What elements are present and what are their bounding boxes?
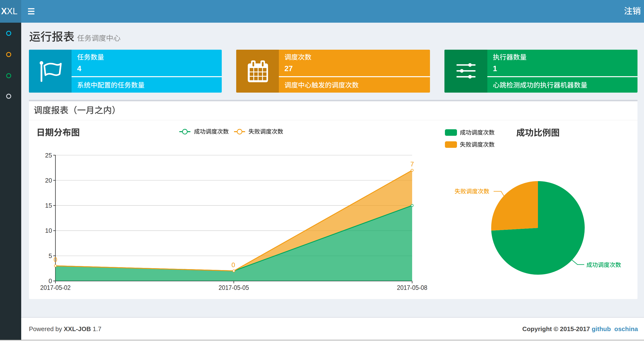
svg-text:15: 15 xyxy=(45,202,52,209)
svg-text:7: 7 xyxy=(410,161,414,168)
svg-text:25: 25 xyxy=(45,152,52,159)
svg-text:0: 0 xyxy=(232,261,235,269)
svg-text:27: 27 xyxy=(284,64,292,73)
svg-text:5: 5 xyxy=(49,252,52,259)
svg-text:0: 0 xyxy=(54,256,57,263)
svg-text:2017-05-08: 2017-05-08 xyxy=(397,284,427,291)
svg-text:2017-05-05: 2017-05-05 xyxy=(218,284,249,291)
svg-text:2017-05-02: 2017-05-02 xyxy=(40,284,70,291)
svg-text:10: 10 xyxy=(45,227,52,234)
svg-text:0: 0 xyxy=(49,277,52,284)
svg-text:20: 20 xyxy=(45,177,52,184)
svg-text:1: 1 xyxy=(493,64,497,73)
svg-text:4: 4 xyxy=(77,64,82,73)
